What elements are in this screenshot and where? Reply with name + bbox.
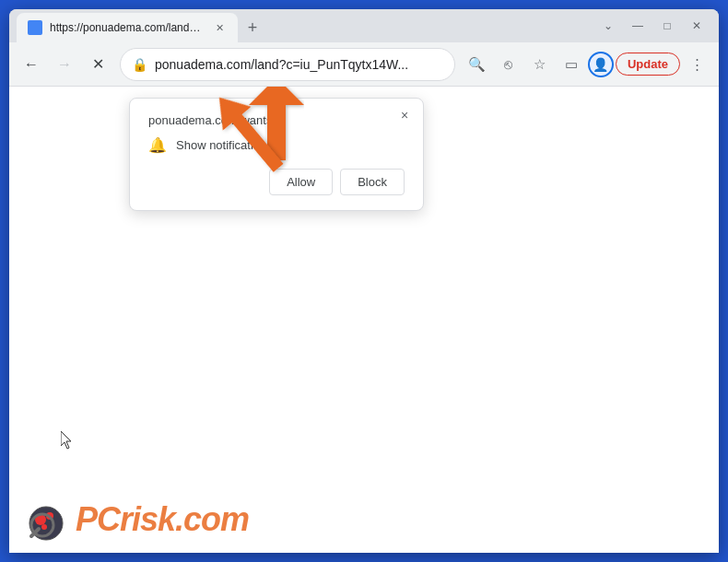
watermark: PCrisk.com [24,498,249,542]
tab-bar: https://ponuadema.com/land?c= × ✕ + ⌄ — … [9,9,719,42]
lock-icon: 🔒 [132,57,147,72]
pcrisk-logo-icon [24,498,68,542]
toolbar-icons: 🔍 ⎋ ☆ ▭ 👤 Update ⋮ [463,50,711,79]
tab-favicon [28,20,42,35]
share-icon: ⎋ [504,56,512,72]
close-button[interactable]: ✕ [682,13,711,39]
popup-title: ponuadema.com wants to [148,113,405,127]
update-button[interactable]: Update [616,53,680,76]
bell-icon: 🔔 [148,136,167,154]
url-text: ponuadema.com/land?c=iu_PunTqytx14W... [155,57,443,72]
forward-button[interactable]: → [50,50,79,79]
toolbar: ← → ✕ 🔒 ponuadema.com/land?c=iu_PunTqytx… [9,42,719,87]
split-view-button[interactable]: ▭ [557,50,586,79]
minimize-button[interactable]: — [623,13,652,39]
pcrisk-brand-text: PCrisk.com [76,500,249,539]
bookmark-button[interactable]: ☆ [525,50,555,79]
bookmark-icon: ☆ [534,56,546,73]
notification-popup: × ponuadema.com wants to 🔔 Show notifica… [129,98,424,211]
share-button[interactable]: ⎋ [494,50,523,79]
menu-button[interactable]: ⋮ [682,50,711,79]
tab-title: https://ponuadema.com/land?c= × [50,21,205,34]
menu-icon: ⋮ [690,56,704,73]
search-icon: 🔍 [468,56,486,73]
maximize-button[interactable]: □ [652,13,682,39]
address-bar[interactable]: 🔒 ponuadema.com/land?c=iu_PunTqytx14W... [120,48,455,81]
active-tab[interactable]: https://ponuadema.com/land?c= × ✕ [17,13,238,42]
content-area: × ponuadema.com wants to 🔔 Show notifica… [9,87,719,553]
svg-point-5 [41,524,47,530]
popup-permission-row: 🔔 Show notifications [148,136,405,154]
allow-button[interactable]: Allow [269,169,333,195]
window-controls: ⌄ — □ ✕ [593,13,711,42]
tab-close-button[interactable]: ✕ [212,20,227,35]
permission-text: Show notifications [176,138,273,152]
new-tab-button[interactable]: + [240,15,265,41]
profile-button[interactable]: 👤 [588,52,614,77]
reload-button[interactable]: ✕ [83,50,112,79]
mouse-cursor [61,431,72,448]
search-icon-button[interactable]: 🔍 [463,50,492,79]
chevron-down-button[interactable]: ⌄ [593,13,623,39]
split-view-icon: ▭ [565,56,578,73]
popup-buttons: Allow Block [148,169,405,195]
browser-window: https://ponuadema.com/land?c= × ✕ + ⌄ — … [9,9,719,553]
back-button[interactable]: ← [17,50,46,79]
popup-close-button[interactable]: × [395,106,414,124]
profile-icon: 👤 [593,57,608,72]
svg-marker-8 [61,431,71,449]
block-button[interactable]: Block [340,169,405,195]
